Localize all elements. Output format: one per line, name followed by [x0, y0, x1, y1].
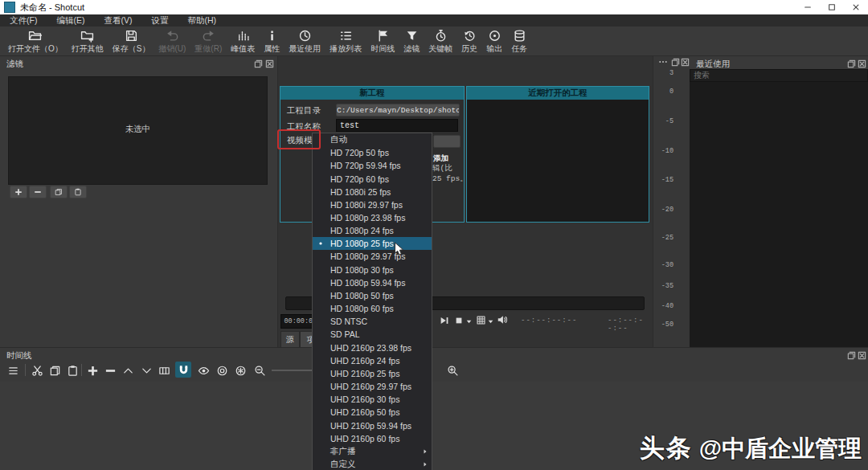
video-mode-option[interactable]: HD 1080i 29.97 fps	[313, 198, 432, 211]
float-panel-icon[interactable]	[254, 59, 263, 68]
recent-close-icon[interactable]	[858, 59, 866, 68]
ripple-all-toggle[interactable]	[232, 362, 248, 378]
project-name-input[interactable]	[336, 119, 458, 132]
menu-file[interactable]: 文件(F)	[0, 14, 47, 27]
minimize-button[interactable]	[796, 0, 820, 14]
video-mode-option[interactable]: HD 1080p 59.94 fps	[313, 276, 432, 289]
video-mode-option[interactable]: UHD 2160p 30 fps	[313, 393, 432, 406]
history-button[interactable]: 历史	[461, 27, 477, 55]
timeline-paste-button[interactable]	[64, 362, 80, 378]
paste-filters-button[interactable]	[69, 186, 87, 198]
menu-edit[interactable]: 编辑(E)	[47, 14, 94, 27]
video-mode-submenu-nonbroadcast[interactable]: 非广播	[313, 445, 432, 458]
append-button[interactable]	[84, 362, 100, 378]
playlist-button[interactable]: 播放列表	[330, 27, 362, 55]
grid-display-button[interactable]	[476, 315, 486, 325]
snap-toggle[interactable]	[175, 362, 191, 378]
maximize-button[interactable]	[820, 0, 844, 14]
video-mode-option[interactable]: HD 720p 60 fps	[313, 172, 432, 185]
video-mode-option[interactable]: UHD 2160p 25 fps	[313, 367, 432, 380]
add-filter-button[interactable]	[10, 186, 27, 198]
video-mode-option[interactable]: HD 1080p 60 fps	[313, 302, 432, 315]
video-mode-option[interactable]: HD 720p 50 fps	[313, 146, 432, 159]
filters-panel: 滤镜 未选中	[0, 56, 278, 347]
keyframes-button[interactable]: 关键帧	[428, 27, 452, 55]
menu-view[interactable]: 查看(V)	[94, 14, 141, 27]
timeline-menu-button[interactable]	[5, 362, 21, 378]
video-mode-option-selected[interactable]: HD 1080p 25 fps	[313, 237, 432, 250]
video-mode-option[interactable]: HD 720p 59.94 fps	[313, 159, 432, 172]
ripple-toggle[interactable]	[214, 362, 230, 378]
menu-help[interactable]: 帮助(H)	[178, 14, 226, 27]
timeline-copy-button[interactable]	[47, 362, 63, 378]
filters-button[interactable]: 滤镜	[403, 27, 420, 55]
minus-icon	[34, 188, 42, 196]
stop-dropdown-icon[interactable]	[465, 318, 473, 325]
submenu-arrow-icon	[422, 448, 428, 455]
redo-button[interactable]: 重做(R)	[194, 27, 222, 55]
timeline-close-icon[interactable]	[858, 351, 866, 360]
properties-button[interactable]: 属性	[264, 27, 280, 55]
recent-list[interactable]	[690, 82, 868, 347]
lift-button[interactable]	[120, 362, 136, 378]
meter-tick: -40	[654, 302, 674, 310]
video-mode-option[interactable]: HD 1080p 24 fps	[313, 224, 432, 237]
video-mode-option[interactable]: SD NTSC	[313, 315, 432, 328]
project-dir-button[interactable]: C:/Users/mayn/Desktop/shotcut缓存	[336, 104, 460, 116]
video-mode-option[interactable]: SD PAL	[313, 328, 432, 341]
skip-next-button[interactable]	[439, 315, 450, 326]
video-mode-option[interactable]: HD 1080p 29.97 fps	[313, 250, 432, 263]
open-other-button[interactable]: 打开其他	[72, 27, 104, 55]
timeline-float-icon[interactable]	[847, 351, 856, 360]
overflow-menu-icon[interactable]	[657, 57, 669, 67]
video-mode-option[interactable]: UHD 2160p 29.97 fps	[313, 380, 432, 393]
jobs-button[interactable]: 任务	[511, 27, 527, 55]
scrub-toggle[interactable]	[195, 362, 211, 378]
video-mode-option[interactable]: HD 1080p 50 fps	[313, 289, 432, 302]
video-mode-option[interactable]: HD 1080p 30 fps	[313, 264, 432, 276]
video-mode-option[interactable]: UHD 2160p 24 fps	[313, 354, 432, 367]
overwrite-button[interactable]	[138, 362, 154, 378]
recent-panel: 最近使用	[690, 56, 868, 347]
video-mode-option[interactable]: HD 1080i 25 fps	[313, 186, 432, 198]
history-icon	[463, 29, 477, 43]
close-panel-icon[interactable]	[265, 59, 274, 68]
split-button[interactable]	[156, 362, 172, 378]
zoom-out-button[interactable]	[252, 362, 268, 378]
recent-float-icon[interactable]	[847, 59, 856, 68]
video-mode-option[interactable]: HD 1080p 23.98 fps	[313, 211, 432, 224]
video-mode-option[interactable]: UHD 2160p 59.94 fps	[313, 419, 432, 431]
video-mode-option[interactable]: 自动	[313, 133, 432, 146]
video-mode-option[interactable]: UHD 2160p 60 fps	[313, 432, 432, 445]
timeline-panel: 时间线	[0, 347, 868, 382]
remove-filter-button[interactable]	[29, 186, 47, 198]
open-file-button[interactable]: 打开文件（O）	[8, 27, 63, 55]
watermark: 头条 @中盾企业管理	[640, 431, 862, 465]
recent-button[interactable]: 最近使用	[289, 27, 321, 55]
ripple-delete-button[interactable]	[102, 362, 118, 378]
meter-close-icon[interactable]	[681, 58, 690, 67]
undo-button[interactable]: 撤销(U)	[158, 27, 186, 55]
stop-button[interactable]	[454, 316, 464, 325]
grid-dropdown-icon[interactable]	[487, 318, 494, 325]
close-button[interactable]	[844, 0, 868, 14]
menu-settings[interactable]: 设置	[141, 14, 178, 27]
recent-search-input[interactable]	[690, 69, 868, 82]
export-button[interactable]: 输出	[486, 27, 502, 55]
video-mode-option[interactable]: UHD 2160p 23.98 fps	[313, 341, 432, 354]
copy-filters-button[interactable]	[50, 186, 68, 198]
volume-button[interactable]	[497, 314, 508, 325]
cut-button[interactable]	[29, 362, 45, 378]
zoom-slider[interactable]	[272, 370, 312, 371]
meter-float-icon[interactable]	[671, 58, 680, 67]
zoom-in-button[interactable]	[444, 362, 461, 378]
tab-source[interactable]: 源	[280, 331, 300, 348]
save-button[interactable]: 保存（S）	[113, 27, 150, 55]
timeline-button[interactable]: 时间线	[371, 27, 395, 55]
video-mode-combo[interactable]	[433, 135, 461, 148]
video-mode-submenu-custom[interactable]: 自定义	[313, 458, 432, 470]
video-mode-option[interactable]: UHD 2160p 50 fps	[313, 406, 432, 419]
peak-meter-button[interactable]: 峰值表	[231, 27, 255, 55]
recent-projects-title: 近期打开的工程	[528, 88, 588, 99]
menu-bar: 文件(F) 编辑(E) 查看(V) 设置 帮助(H)	[0, 14, 868, 27]
